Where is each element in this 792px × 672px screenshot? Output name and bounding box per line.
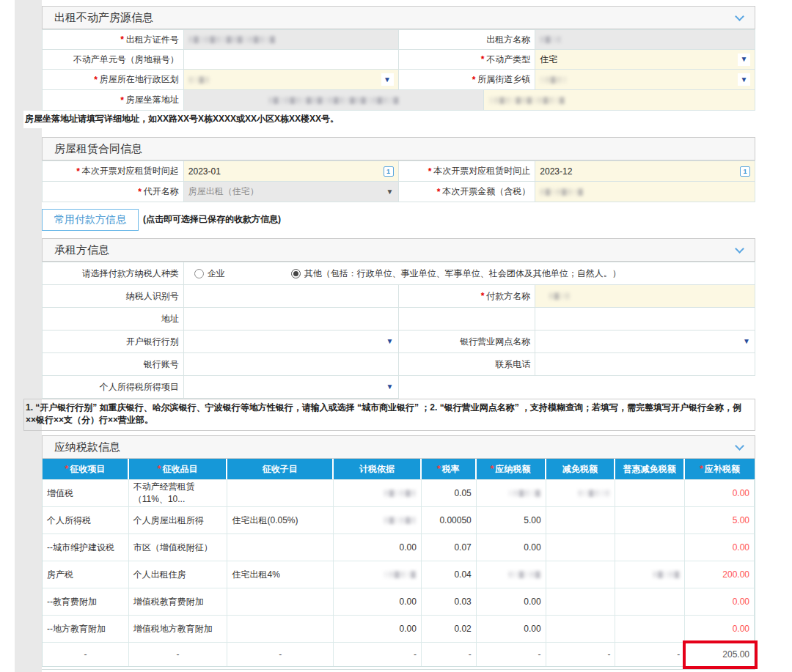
- radio-enterprise-label: 企业: [208, 267, 225, 280]
- table-row: 个人所得税 个人房屋出租所得 住宅出租(0.05%) ▒▓░▒▓▒ 0.0005…: [43, 506, 755, 533]
- payer-type-label: 请选择付款方纳税人种类: [43, 262, 184, 285]
- lease-start-label: *本次开票对应租赁时间起: [43, 161, 184, 182]
- issue-name-select[interactable]: 房屋出租（住宅）▼: [184, 182, 399, 202]
- table-row: --地方教育附加 增值税地方教育附加 0.00 0.02 0.00 0.00: [43, 615, 755, 642]
- required-asterisk: *: [481, 54, 485, 64]
- required-asterisk: *: [120, 34, 124, 45]
- bank-account-label: 银行账号: [43, 353, 184, 376]
- chevron-down-icon[interactable]: ▼: [386, 383, 394, 391]
- contract-form: *本次开票对应租赁时间起 2023-011 *本次开票对应租赁时间止 2023-…: [42, 160, 755, 202]
- unit-no-field[interactable]: [184, 50, 399, 70]
- radio-enterprise[interactable]: [194, 269, 204, 278]
- address-label: *房屋坐落地址: [43, 90, 184, 111]
- chevron-down-icon[interactable]: ▼: [738, 53, 750, 66]
- lease-end-input[interactable]: 2023-121: [535, 161, 755, 182]
- section-header-lessee: 承租方信息: [42, 238, 755, 262]
- bank-note-text: 1. “开户银行行别” 如重庆银行、哈尔滨银行、宁波银行等地方性银行，请输入或选…: [23, 399, 755, 431]
- payer-name-label: *付款方名称: [399, 285, 536, 308]
- total-supplement-cell: 205.00: [685, 642, 755, 666]
- table-total-row: - - - - - - - - 205.00: [43, 642, 755, 666]
- chevron-down-icon[interactable]: ▼: [381, 73, 394, 86]
- table-row: 房产税 个人出租住房 住宅出租4% ░▒▓▒░▓ 0.04 ▒░▓░▒▓ ▒▓░…: [43, 561, 755, 588]
- col-header-universal: 普惠减免税额: [615, 459, 685, 479]
- address-detail-input[interactable]: ░▒▓▒░▓▒▓░▒▓▒░▓: [484, 90, 755, 111]
- estate-type-label: *不动产类型: [399, 50, 536, 70]
- section-title-tax: 应纳税款信息: [54, 440, 120, 454]
- chevron-down-icon[interactable]: ▼: [738, 73, 750, 86]
- table-row: --城市维护建设税 市区（增值税附征） 0.00 0.07 0.00 0.00: [43, 533, 755, 561]
- street-label: *所属街道乡镇: [399, 70, 536, 90]
- lessor-id-label: *出租方证件号: [43, 30, 184, 50]
- payer-type-radios: 企业 其他（包括：行政单位、事业单位、军事单位、社会团体及其他单位；自然人。）: [184, 262, 755, 285]
- saved-payer-button[interactable]: 常用付款方信息: [42, 209, 139, 231]
- tax-table-header: *征收项目 *征收品目 征收子目 计税依据 *税率 *应纳税额 减免税额 普惠减…: [43, 459, 755, 479]
- col-header-category: *征收品目: [129, 459, 228, 479]
- invoice-form-page: 出租不动产房源信息 *出租方证件号 ▒▓░▒▓▒░▓▒▓░▒▓▒░▓ 出租方名称…: [42, 6, 755, 672]
- required-asterisk: *: [94, 75, 98, 85]
- required-asterisk: *: [472, 75, 476, 85]
- property-form: *出租方证件号 ▒▓░▒▓▒░▓▒▓░▒▓▒░▓ 出租方名称 ▒▓░▒ 不动产单…: [42, 29, 755, 111]
- chevron-down-icon[interactable]: ▼: [386, 188, 394, 196]
- section-title-lessee: 承租方信息: [54, 243, 109, 257]
- calendar-icon[interactable]: 1: [384, 166, 394, 177]
- lessee-address-input[interactable]: [184, 308, 399, 331]
- invoice-amount-input[interactable]: ▒▓░▒▓▒░▓: [535, 182, 755, 202]
- section-title-property: 出租不动产房源信息: [54, 11, 153, 25]
- radio-other-label: 其他（包括：行政单位、事业单位、军事单位、社会团体及其他单位；自然人。）: [304, 267, 621, 280]
- unit-no-label: 不动产单元号（房地籍号）: [43, 50, 184, 70]
- table-row: 增值税 不动产经营租赁（11%、10... ▒▓░▒▓▒ 0.05 ░▒▓▒░▓…: [43, 479, 755, 506]
- section-header-tax: 应纳税款信息: [42, 435, 755, 459]
- chevron-down-icon[interactable]: ▼: [386, 338, 394, 345]
- required-asterisk: *: [428, 166, 432, 177]
- taxpayer-id-input[interactable]: [184, 285, 399, 308]
- table-row: --教育费附加 增值税教育费附加 0.00 0.03 0.00 0.00: [43, 588, 755, 615]
- required-asterisk: *: [120, 95, 124, 106]
- issue-name-label: *代开名称: [43, 182, 184, 202]
- lessee-address-label: 地址: [43, 308, 184, 331]
- saved-payer-note: (点击即可选择已保存的收款方信息): [143, 213, 281, 226]
- lessor-name-field: ▒▓░▒: [535, 30, 755, 50]
- empty-cell: [399, 308, 536, 331]
- bank-type-select[interactable]: ▼: [184, 331, 399, 353]
- required-asterisk: *: [138, 187, 142, 197]
- address-prefix-field: ▒▓░▒▓▒░▓▒▓░▒▓▒░▓▒▓░▒▓▒░▓: [184, 90, 485, 111]
- tax-table: *征收项目 *征收品目 征收子目 计税依据 *税率 *应纳税额 减免税额 普惠减…: [42, 459, 755, 667]
- lease-end-label: *本次开票对应租赁时间止: [399, 161, 536, 182]
- estate-type-select[interactable]: 住宅▼: [535, 50, 755, 70]
- col-header-basis: 计税依据: [334, 459, 422, 479]
- income-item-select[interactable]: ▼: [184, 376, 399, 399]
- col-header-reduction: 减免税额: [546, 459, 616, 479]
- required-asterisk: *: [76, 166, 80, 177]
- col-header-rate: *税率: [422, 459, 477, 479]
- taxpayer-id-label: 纳税人识别号: [43, 285, 184, 308]
- invoice-amount-label: *本次开票金额（含税）: [399, 182, 536, 202]
- col-header-supplement: *应补税额: [685, 459, 755, 479]
- bank-branch-select[interactable]: ▼: [535, 331, 755, 353]
- required-asterisk: *: [437, 187, 441, 197]
- phone-label: 联系电话: [399, 353, 536, 376]
- street-select[interactable]: ░▒▓▒░▼: [535, 70, 755, 90]
- collapse-chevron-icon[interactable]: [735, 12, 744, 21]
- bank-type-label: 开户银行行别: [43, 331, 184, 353]
- bank-account-input[interactable]: [184, 353, 399, 376]
- col-header-sub: 征收子目: [227, 459, 334, 479]
- bottom-divider: [42, 669, 755, 672]
- lease-start-input[interactable]: 2023-011: [184, 161, 399, 182]
- required-asterisk: *: [481, 291, 485, 301]
- phone-input[interactable]: [535, 353, 755, 376]
- lessee-form: 请选择付款方纳税人种类 企业 其他（包括：行政单位、事业单位、军事单位、社会团体…: [42, 262, 755, 399]
- col-header-payable: *应纳税额: [477, 459, 546, 479]
- section-title-contract: 房屋租赁合同信息: [54, 142, 142, 156]
- chevron-down-icon[interactable]: ▼: [743, 338, 750, 345]
- collapse-chevron-icon[interactable]: [735, 441, 744, 451]
- left-gutter: [15, 0, 42, 672]
- section-header-property: 出租不动产房源信息: [42, 6, 755, 29]
- payer-name-input[interactable]: ▒▓░▒: [535, 285, 755, 308]
- calendar-icon[interactable]: 1: [740, 166, 750, 177]
- radio-other[interactable]: [291, 269, 301, 278]
- income-item-label: 个人所得税所得项目: [43, 376, 184, 399]
- collapse-chevron-icon[interactable]: [735, 244, 744, 254]
- address-hint-text: 房屋坐落地址请填写详细地址，如XX路XX号X栋XXXX或XX小区X栋XX楼XX号…: [23, 111, 755, 128]
- col-header-item: *征收项目: [43, 459, 129, 479]
- admin-division-select[interactable]: ▒░▓▒▼: [184, 70, 399, 90]
